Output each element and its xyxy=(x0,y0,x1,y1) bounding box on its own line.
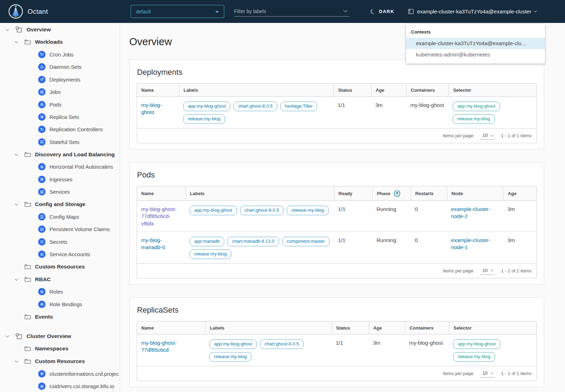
selector-pill: release:my-blog xyxy=(453,352,495,362)
chevron-down-icon[interactable] xyxy=(4,29,10,30)
column-header-label: Containers xyxy=(410,325,434,331)
resource-link[interactable]: my-blog-ghost-77df85c6cd xyxy=(141,340,177,353)
chevron-down-icon[interactable] xyxy=(343,8,347,12)
pods-icon: ⊚ xyxy=(38,101,46,108)
cell-containers: my-blog-ghost xyxy=(406,97,448,128)
column-header-label: Selector xyxy=(453,88,471,93)
hpa-icon: ⊛ xyxy=(38,163,46,170)
label-pill: release:my-blog xyxy=(209,352,251,362)
resource-link[interactable]: my-blog-mariadb-0 xyxy=(141,237,165,250)
sidebar-item-overview[interactable]: Overview xyxy=(0,23,120,36)
cron-jobs-icon: ↻ xyxy=(38,51,46,58)
sidebar-item-label: Overview xyxy=(26,26,51,33)
column-header-label: Phase xyxy=(377,191,390,196)
sidebar-item-config-maps[interactable]: ☰Config Maps xyxy=(0,211,120,223)
sidebar-item-workloads[interactable]: Workloads xyxy=(0,36,120,48)
cell-name: my-blog-ghost xyxy=(137,97,179,128)
column-header-containers: Containers xyxy=(405,321,449,334)
context-menu-item[interactable]: kubernetes-admin@kubernetes xyxy=(406,49,545,60)
label-pill: chart:ghost-8.0.5 xyxy=(233,102,277,111)
config-maps-icon: ☰ xyxy=(38,213,46,221)
sidebar-item-services[interactable]: ⊞Services xyxy=(0,186,120,198)
sidebar-item-csidrivers-csi-storage-k8s-io[interactable]: ⊕csidrivers.csi.storage.k8s.io xyxy=(0,380,120,392)
replica-sets-icon: ⊕ xyxy=(38,113,46,121)
resource-link[interactable]: my-blog-ghost xyxy=(141,102,162,115)
sidebar-item-roles[interactable]: ⊚Roles xyxy=(0,285,120,298)
sidebar-item-discovery-and-load-balancing[interactable]: Discovery and Load Balancing xyxy=(0,148,120,161)
sidebar-item-cron-jobs[interactable]: ↻Cron Jobs xyxy=(0,48,120,61)
page-size-select[interactable]: 10 xyxy=(480,132,495,140)
data-table: NameLabelsStatusAgeContainersSelectormy-… xyxy=(137,84,536,128)
sidebar-item-stateful-sets[interactable]: ⊟Stateful Sets xyxy=(0,136,120,148)
context-menu-item[interactable]: example-cluster-ka3TuTzYo4a@example-clu… xyxy=(406,38,545,49)
folder-icon xyxy=(24,201,31,207)
chevron-down-icon[interactable] xyxy=(13,204,19,205)
sidebar-item-replica-sets[interactable]: ⊕Replica Sets xyxy=(0,111,120,123)
sidebar-section-gap xyxy=(0,323,120,330)
sidebar-item-custom-resources[interactable]: Custom Resources xyxy=(0,355,120,367)
label-pill: component:master xyxy=(282,237,329,246)
theme-toggle[interactable]: ☾ DARK xyxy=(370,0,394,23)
sidebar-item-cluster-overview[interactable]: Cluster Overview xyxy=(0,330,120,342)
column-header-labels: Labels xyxy=(205,321,331,334)
sidebar-item-label: Replica Sets xyxy=(49,114,79,120)
resource-link[interactable]: example-cluster-node-2 xyxy=(451,206,490,219)
sidebar-item-jobs[interactable]: ⊞Jobs xyxy=(0,86,120,98)
cell-selector: app:my-blog-ghostrelease:my-blog xyxy=(448,97,536,128)
column-header-ready: Ready xyxy=(334,186,373,201)
sidebar-item-pods[interactable]: ⊚Pods xyxy=(0,98,120,110)
sidebar-item-label: Persistent Volume Claims xyxy=(49,226,110,232)
filter-by-labels-input[interactable]: Filter by labels xyxy=(234,6,350,17)
cell-labels: app:my-blog-ghostchart:ghost-8.0.5releas… xyxy=(205,334,331,366)
data-table: NameLabelsReadyPhaseRestartsNodeAgemy-bl… xyxy=(137,186,536,263)
resource-link[interactable]: my-blog-ghost-77df85c6cd-vf6dx xyxy=(141,206,177,227)
chevron-down-icon[interactable] xyxy=(13,41,19,43)
chevron-down-icon[interactable] xyxy=(13,279,19,280)
chevron-down-icon[interactable] xyxy=(13,361,19,362)
sidebar-item-rbac[interactable]: RBAC xyxy=(0,273,120,285)
card-deployments: DeploymentsNameLabelsStatusAgeContainers… xyxy=(129,60,544,149)
roles-icon: ⊚ xyxy=(38,288,46,295)
sidebar-item-namespaces[interactable]: Namespaces xyxy=(0,343,120,355)
deployments-icon: ↺ xyxy=(38,76,46,83)
sidebar-item-secrets[interactable]: ⊙Secrets xyxy=(0,236,120,248)
sidebar-item-service-accounts[interactable]: ⊘Service Accounts xyxy=(0,248,120,260)
sidebar-item-config-and-storage[interactable]: Config and Storage xyxy=(0,198,120,210)
data-table: NameLabelsStatusAgeContainersSelectormy-… xyxy=(137,321,536,366)
namespace-select[interactable]: default xyxy=(131,5,224,18)
datagrid: NameLabelsStatusAgeContainersSelectormy-… xyxy=(137,321,537,381)
theme-toggle-label: DARK xyxy=(379,9,394,14)
selector-pill: app:my-blog-ghost xyxy=(453,339,500,349)
sidebar-item-persistent-volume-claims[interactable]: ⊟Persistent Volume Claims xyxy=(0,223,120,235)
page-size-select[interactable]: 10 xyxy=(480,369,495,378)
sidebar-item-clusterinformations-crd-projec[interactable]: ⊕clusterinformations.crd.projec xyxy=(0,368,120,380)
context-selector[interactable]: example-cluster-ka3TuTzYo4a@example-clus… xyxy=(408,0,536,23)
sidebar-item-ingresses[interactable]: ⊗Ingresses xyxy=(0,173,120,186)
cell-phase: Running xyxy=(372,232,411,263)
cell-labels: app:my-blog-ghostchart:ghost-8.0.5releas… xyxy=(185,201,334,232)
sidebar-item-role-bindings[interactable]: ⊕Role Bindings xyxy=(0,298,120,310)
page-size-select[interactable]: 10 xyxy=(480,267,495,275)
main-content: Overview DeploymentsNameLabelsStatusAgeC… xyxy=(120,23,565,392)
resource-link[interactable]: example-cluster-node-1 xyxy=(451,237,490,250)
pill-group: app:my-blog-ghostchart:ghost-8.0.5herita… xyxy=(183,102,329,124)
column-header-phase: Phase xyxy=(372,186,411,201)
chevron-down-icon[interactable] xyxy=(4,336,10,337)
chevron-down-icon[interactable] xyxy=(13,154,19,155)
sidebar-item-custom-resources[interactable]: Custom Resources xyxy=(0,260,120,273)
cell-age: 3m xyxy=(503,232,536,263)
brand: Octant xyxy=(8,0,48,23)
filter-icon[interactable] xyxy=(394,190,400,197)
sidebar-item-horizontal-pod-autoscalers[interactable]: ⊛Horizontal Pod Autoscalers xyxy=(0,161,120,173)
table-row: my-blog-ghost-77df85c6cdapp:my-blog-ghos… xyxy=(137,334,536,366)
sidebar-item-replication-controllers[interactable]: ↻Replication Controllers xyxy=(0,123,120,135)
cell-ready: 1/1 xyxy=(334,201,373,232)
sidebar-item-daemon-sets[interactable]: ⊙Daemon Sets xyxy=(0,61,120,73)
cell-status: 1/1 xyxy=(333,97,371,128)
cell-restarts: 0 xyxy=(411,232,447,263)
column-header-label: Containers xyxy=(411,88,435,93)
column-header-label: Status xyxy=(336,325,350,331)
sidebar-item-events[interactable]: Events xyxy=(0,310,120,323)
sidebar-item-deployments[interactable]: ↺Deployments xyxy=(0,73,120,86)
folder-icon xyxy=(24,264,31,270)
